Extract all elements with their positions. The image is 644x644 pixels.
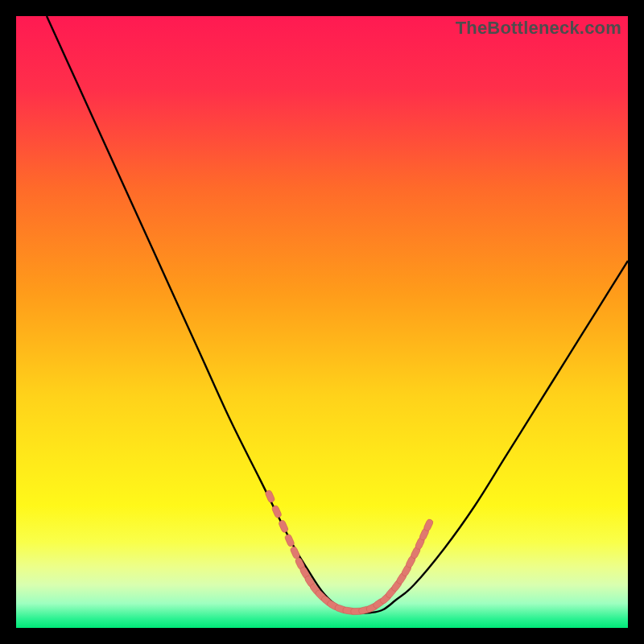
background-gradient — [16, 16, 628, 628]
svg-rect-0 — [16, 16, 628, 628]
plot-area — [16, 16, 628, 628]
chart-frame: TheBottleneck.com — [16, 16, 628, 628]
